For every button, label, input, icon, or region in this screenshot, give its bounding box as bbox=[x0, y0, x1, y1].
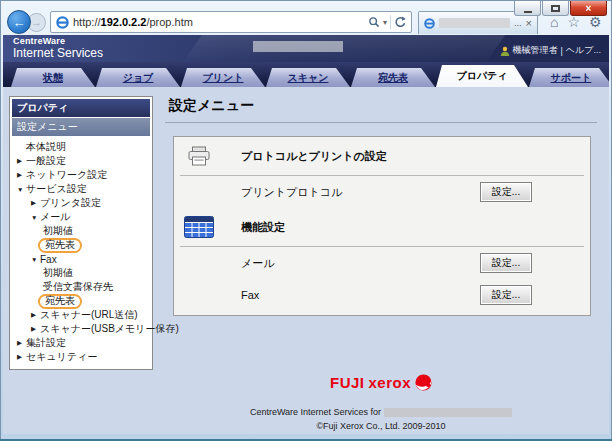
close-icon: × bbox=[586, 3, 592, 14]
tree-collapsed-icon: ▶ bbox=[17, 339, 26, 347]
minimize-button[interactable] bbox=[514, 1, 541, 16]
tree-collapsed-icon: ▶ bbox=[31, 325, 40, 333]
sidebar-item-fax-address-book[interactable]: 宛先表 bbox=[12, 294, 150, 308]
service-tab-bar: 状態 ジョブ プリント スキャン 宛先表 プロパティ サポート bbox=[3, 62, 609, 87]
fuji-xerox-logo: FUJIxerox bbox=[330, 374, 432, 391]
setting-row: メール 設定... bbox=[174, 247, 590, 279]
redacted-model-name bbox=[253, 41, 343, 52]
close-button[interactable]: × bbox=[570, 1, 607, 16]
tab-print[interactable]: プリント bbox=[181, 68, 265, 87]
back-icon: ← bbox=[13, 15, 26, 30]
tree-collapsed-icon: ▶ bbox=[17, 171, 26, 179]
sidebar-item-fax-received-doc[interactable]: 受信文書保存先 bbox=[12, 280, 150, 294]
sidebar-item-services[interactable]: ▼サービス設定 bbox=[12, 182, 150, 196]
address-bar[interactable]: http://192.0.2.2/prop.htm ▾ bbox=[50, 11, 412, 33]
page-viewport: CentreWare Internet Services 機械管理者 | ヘルプ… bbox=[3, 35, 609, 434]
sidebar-item-fax-defaults[interactable]: 初期値 bbox=[12, 266, 150, 280]
tab-close-icon[interactable]: × bbox=[526, 18, 532, 29]
refresh-icon[interactable] bbox=[394, 16, 406, 28]
tab-jobs[interactable]: ジョブ bbox=[96, 68, 180, 87]
window-controls: × bbox=[514, 1, 607, 16]
user-icon bbox=[500, 46, 510, 56]
sidebar-item-general[interactable]: ▶一般設定 bbox=[12, 154, 150, 168]
section-functions: 機能設定 bbox=[174, 208, 590, 246]
sidebar-item-security[interactable]: ▶セキュリティー bbox=[12, 350, 150, 364]
favorites-star-icon[interactable]: ☆ bbox=[567, 15, 580, 29]
tab-scan[interactable]: スキャン bbox=[266, 68, 350, 87]
home-icon[interactable]: ⌂ bbox=[550, 15, 558, 29]
highlight-oval: 宛先表 bbox=[38, 238, 82, 253]
sidebar-item-accounting[interactable]: ▶集計設定 bbox=[12, 336, 150, 350]
properties-sidebar: プロパティ 設定メニュー 本体説明 ▶一般設定 ▶ネットワーク設定 ▼サービス設… bbox=[9, 96, 153, 370]
tree-collapsed-icon: ▶ bbox=[31, 311, 40, 319]
maximize-button[interactable] bbox=[542, 1, 569, 16]
url-input[interactable]: http://192.0.2.2/prop.htm bbox=[73, 16, 364, 28]
mail-settings-button[interactable]: 設定... bbox=[480, 253, 532, 273]
sidebar-item-network[interactable]: ▶ネットワーク設定 bbox=[12, 168, 150, 182]
help-link[interactable]: ヘルプ... bbox=[566, 44, 601, 57]
page-header: CentreWare Internet Services 機械管理者 | ヘルプ… bbox=[3, 35, 609, 62]
tab-status[interactable]: 状態 bbox=[11, 68, 95, 87]
divider bbox=[390, 15, 391, 29]
user-role-label: 機械管理者 bbox=[513, 44, 558, 57]
printer-icon bbox=[184, 146, 214, 167]
ie-icon bbox=[424, 18, 435, 29]
sidebar-item-printer-settings[interactable]: ▶プリンタ設定 bbox=[12, 196, 150, 210]
highlight-oval: 宛先表 bbox=[38, 294, 82, 309]
gear-icon[interactable]: ⚙ bbox=[589, 15, 602, 29]
forward-icon: → bbox=[31, 16, 42, 28]
tree-collapsed-icon: ▶ bbox=[17, 353, 26, 361]
tree-expanded-icon: ▼ bbox=[31, 256, 40, 263]
sidebar-item-settings-menu[interactable]: 設定メニュー bbox=[12, 118, 150, 136]
account-area: 機械管理者 | ヘルプ... bbox=[500, 44, 601, 57]
tab-address-book[interactable]: 宛先表 bbox=[351, 68, 435, 87]
setting-row: プリントプロトコル 設定... bbox=[174, 176, 590, 208]
redacted-product-name bbox=[384, 408, 512, 417]
page-footer: FUJIxerox CentreWare Internet Services f… bbox=[165, 374, 597, 434]
sidebar-item-mail-defaults[interactable]: 初期値 bbox=[12, 224, 150, 238]
sidebar-item-mail-address-book[interactable]: 宛先表 bbox=[12, 238, 150, 252]
sidebar-item-scanner-url[interactable]: ▶スキャナー(URL送信) bbox=[12, 308, 150, 322]
setting-row: Fax 設定... bbox=[174, 279, 590, 311]
section-protocol-print: プロトコルとプリントの設定 bbox=[174, 137, 590, 175]
tree-expanded-icon: ▼ bbox=[31, 214, 40, 221]
minimize-icon bbox=[524, 11, 532, 13]
tree-expanded-icon: ▼ bbox=[17, 186, 26, 193]
function-grid-icon bbox=[184, 216, 214, 238]
sidebar-tree: 本体説明 ▶一般設定 ▶ネットワーク設定 ▼サービス設定 ▶プリンタ設定 ▼メー… bbox=[12, 136, 150, 364]
sidebar-header: プロパティ bbox=[12, 99, 150, 117]
browser-window: × ← → http://192.0.2.2/prop.htm ▾ bbox=[0, 0, 612, 441]
tab-properties[interactable]: プロパティ bbox=[436, 65, 528, 87]
maximize-icon bbox=[551, 5, 560, 12]
tree-collapsed-icon: ▶ bbox=[31, 199, 40, 207]
copyright: CentreWare Internet Services for ©Fuji X… bbox=[165, 406, 597, 434]
sidebar-item-mail[interactable]: ▼メール bbox=[12, 210, 150, 224]
print-protocol-settings-button[interactable]: 設定... bbox=[480, 182, 532, 202]
ie-icon bbox=[56, 16, 69, 29]
chevron-down-icon[interactable]: ▾ bbox=[383, 18, 387, 27]
tab-support[interactable]: サポート bbox=[529, 68, 609, 87]
page-body: プロパティ 設定メニュー 本体説明 ▶一般設定 ▶ネットワーク設定 ▼サービス設… bbox=[3, 87, 609, 434]
fax-settings-button[interactable]: 設定... bbox=[480, 285, 532, 305]
back-button[interactable]: ← bbox=[7, 10, 31, 34]
sidebar-item-scanner-usb[interactable]: ▶スキャナー(USBメモリー保存) bbox=[12, 322, 150, 336]
search-icon[interactable] bbox=[368, 16, 380, 28]
sidebar-item-fax[interactable]: ▼Fax bbox=[12, 252, 150, 266]
sidebar-item-description[interactable]: 本体説明 bbox=[12, 140, 150, 154]
tree-collapsed-icon: ▶ bbox=[17, 157, 26, 165]
settings-panel: プロトコルとプリントの設定 プリントプロトコル 設定... bbox=[173, 136, 591, 316]
centreware-logo: CentreWare Internet Services bbox=[13, 37, 103, 60]
page-title: 設定メニュー bbox=[165, 97, 597, 123]
main-content: 設定メニュー プロトコルとプリントの設定 bbox=[165, 87, 609, 434]
redacted-tab-title bbox=[439, 18, 510, 28]
fuji-xerox-sphere-icon bbox=[415, 374, 432, 391]
